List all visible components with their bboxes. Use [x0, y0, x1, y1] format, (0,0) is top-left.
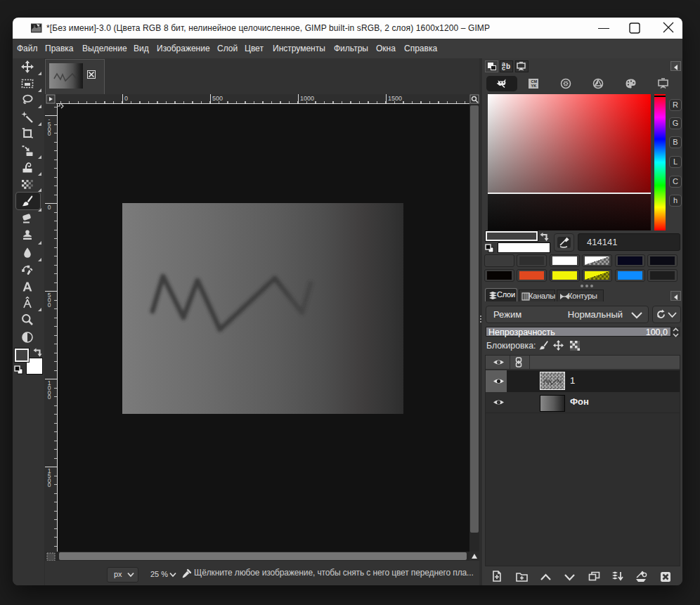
svg-text:YK: YK — [531, 84, 537, 88]
